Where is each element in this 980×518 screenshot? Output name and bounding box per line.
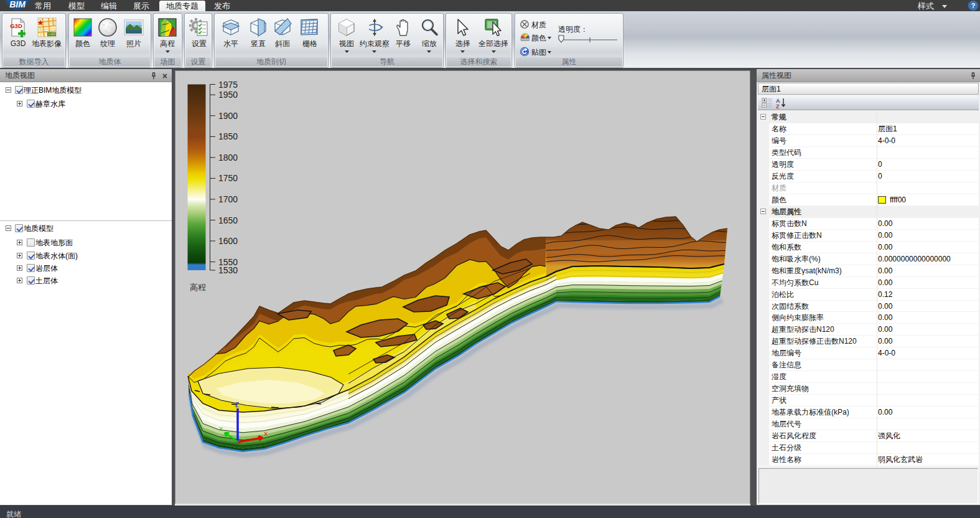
- svg-text:Z: Z: [235, 402, 239, 408]
- svg-text:1900: 1900: [218, 111, 238, 121]
- svg-text:X: X: [264, 431, 268, 437]
- svg-text:Y: Y: [219, 426, 223, 432]
- svg-text:1950: 1950: [218, 90, 238, 100]
- svg-text:高程: 高程: [190, 283, 206, 292]
- svg-text:1850: 1850: [218, 131, 238, 141]
- svg-text:1650: 1650: [218, 215, 238, 225]
- svg-text:1975: 1975: [218, 80, 238, 90]
- svg-text:G488: G488: [48, 32, 55, 36]
- svg-text:G3D: G3D: [10, 22, 22, 29]
- svg-text:Z: Z: [776, 103, 780, 109]
- svg-text:1700: 1700: [218, 194, 238, 204]
- svg-text:1600: 1600: [218, 236, 238, 246]
- svg-text:1750: 1750: [218, 173, 238, 183]
- svg-text:1530: 1530: [218, 265, 238, 275]
- svg-text:1800: 1800: [218, 153, 238, 162]
